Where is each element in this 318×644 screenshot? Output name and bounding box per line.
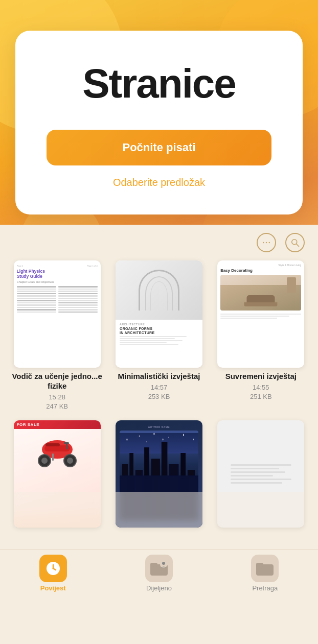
- doc-thumbnail-2: Architecture ORGANIC FORMSIN ARCHITECTUR…: [116, 260, 202, 368]
- document-item-3[interactable]: Style & Home Living Easy Decorating Suvr…: [213, 260, 309, 411]
- tab-label-dijeljeno: Dijeljeno: [146, 584, 172, 592]
- decorating-image: [220, 275, 301, 311]
- doc-name-2: Minimalistički izvještaj: [118, 372, 200, 381]
- svg-point-32: [163, 438, 164, 440]
- tab-bar: Povijest Dijeljeno Pretraga: [0, 549, 318, 602]
- document-list-area: Page 1 Page 1 of 4 Light PhysicsStudy Gu…: [0, 225, 318, 544]
- doc-thumbnail-1: Page 1 Page 1 of 4 Light PhysicsStudy Gu…: [14, 260, 101, 368]
- tab-pretraga[interactable]: Pretraga: [212, 555, 318, 592]
- svg-point-25: [126, 438, 127, 440]
- folder-search-icon: [256, 561, 274, 576]
- svg-rect-9: [64, 442, 69, 444]
- svg-point-29: [183, 434, 184, 436]
- svg-point-40: [162, 562, 165, 565]
- document-item-5[interactable]: Author Name: [111, 420, 207, 532]
- doc-size-1: 247 KB: [46, 402, 68, 411]
- doc-time-2: 14:57: [151, 383, 168, 392]
- start-writing-button[interactable]: Počnite pisati: [47, 130, 271, 165]
- svg-point-1: [266, 242, 267, 244]
- svg-point-2: [269, 242, 270, 244]
- doc-thumbnail-6: [217, 420, 304, 528]
- svg-point-27: [153, 433, 154, 435]
- svg-point-28: [169, 437, 169, 438]
- svg-line-4: [297, 244, 299, 247]
- doc-thumbnail-5: Author Name: [116, 420, 202, 528]
- svg-point-13: [41, 458, 48, 464]
- documents-grid: Page 1 Page 1 of 4 Light PhysicsStudy Gu…: [9, 256, 309, 544]
- svg-rect-42: [256, 563, 263, 567]
- blur-overlay-6: [217, 492, 304, 528]
- folder-icon-wrap: [251, 555, 279, 582]
- tab-label-povijest: Povijest: [40, 584, 66, 592]
- arch-graphic: [139, 270, 179, 311]
- doc-time-3: 14:55: [253, 383, 269, 392]
- svg-point-11: [67, 458, 73, 464]
- doc-size-3: 251 KB: [250, 392, 272, 401]
- svg-point-3: [292, 240, 297, 245]
- svg-point-26: [139, 435, 140, 437]
- search-icon: [290, 237, 300, 248]
- svg-point-36: [52, 567, 54, 569]
- doc-name-1: Vodič za učenje jedno...e fizike: [9, 372, 105, 391]
- choose-template-button[interactable]: Odaberite predložak: [113, 177, 205, 188]
- clock-icon-wrap: [39, 555, 67, 582]
- document-item-1[interactable]: Page 1 Page 1 of 4 Light PhysicsStudy Gu…: [9, 260, 105, 411]
- doc-name-3: Suvremeni izvještaj: [225, 372, 297, 381]
- folder-person-icon-wrap: [145, 555, 173, 582]
- more-icon: [261, 237, 271, 248]
- tab-label-pretraga: Pretraga: [252, 584, 278, 592]
- blur-overlay-5: [116, 492, 202, 528]
- toolbar: [9, 225, 309, 256]
- document-item-6[interactable]: [213, 420, 309, 532]
- svg-point-31: [146, 441, 147, 443]
- more-button[interactable]: [257, 233, 276, 252]
- hero-card: Stranice Počnite pisati Odaberite predlo…: [15, 31, 303, 214]
- tab-povijest[interactable]: Povijest: [0, 555, 106, 592]
- clock-icon: [46, 561, 61, 576]
- svg-rect-38: [150, 563, 157, 567]
- tab-dijeljeno[interactable]: Dijeljeno: [106, 555, 212, 592]
- svg-point-30: [193, 439, 194, 441]
- document-item-4[interactable]: FOR SALE: [9, 420, 105, 532]
- folder-person-icon: [150, 561, 168, 576]
- search-button[interactable]: [285, 233, 305, 252]
- app-title: Stranice: [82, 62, 236, 105]
- svg-point-0: [263, 242, 264, 244]
- doc-size-2: 253 KB: [148, 392, 170, 401]
- blur-overlay-4: [14, 492, 101, 528]
- svg-rect-7: [46, 443, 60, 446]
- forsale-header: FOR SALE: [14, 420, 101, 429]
- doc-thumbnail-3: Style & Home Living Easy Decorating: [217, 260, 304, 368]
- doc-thumbnail-4: FOR SALE: [14, 420, 101, 528]
- svg-rect-14: [52, 454, 54, 461]
- doc-time-1: 15:28: [49, 393, 65, 402]
- document-item-2[interactable]: Architecture ORGANIC FORMSIN ARCHITECTUR…: [111, 260, 207, 411]
- doc5-author-text: Author Name: [148, 425, 170, 428]
